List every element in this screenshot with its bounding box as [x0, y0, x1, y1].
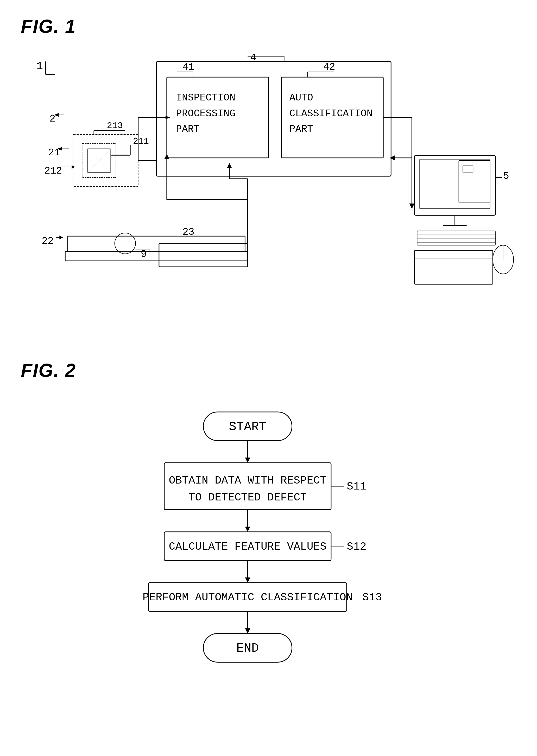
label-211: 211	[133, 137, 149, 146]
svg-marker-83	[245, 577, 250, 583]
auto-text3: PART	[289, 124, 313, 135]
step2-label: S12	[347, 540, 366, 553]
fig1-title: FIG. 1	[21, 16, 516, 37]
svg-marker-54	[166, 116, 170, 119]
label-42: 42	[323, 61, 335, 73]
step3-text: PERFORM AUTOMATIC CLASSIFICATION	[143, 591, 353, 604]
svg-marker-87	[245, 628, 250, 633]
svg-marker-67	[227, 163, 232, 168]
label-41: 41	[183, 61, 194, 73]
end-label: END	[236, 641, 259, 655]
svg-rect-57	[65, 252, 248, 261]
label-213: 213	[107, 121, 123, 131]
step2-text: CALCULATE FEATURE VALUES	[169, 540, 327, 553]
auto-text1: AUTO	[289, 92, 313, 103]
svg-marker-56	[59, 235, 63, 239]
svg-rect-58	[68, 236, 245, 252]
fig2-diagram: START OBTAIN DATA WITH RESPECT TO DETECT…	[21, 391, 516, 756]
svg-rect-38	[73, 135, 138, 186]
inspection-text2: PROCESSING	[176, 108, 235, 119]
step1-text1: OBTAIN DATA WITH RESPECT	[169, 474, 327, 487]
svg-rect-25	[463, 166, 473, 172]
label-4: 4	[250, 52, 256, 63]
label-212: 212	[44, 165, 62, 177]
fig1-diagram: 1 4 INSPECTION PROCESSING PART 41 AUTO C…	[21, 47, 516, 334]
svg-marker-47	[71, 165, 75, 169]
label-9: 9	[141, 249, 147, 260]
start-label: START	[229, 420, 266, 434]
inspection-text1: INSPECTION	[176, 92, 235, 103]
label-22: 22	[42, 235, 54, 247]
svg-rect-20	[417, 231, 495, 245]
svg-rect-27	[414, 250, 492, 284]
svg-marker-71	[164, 154, 169, 159]
auto-text2: CLASSIFICATION	[289, 108, 373, 119]
svg-marker-75	[245, 458, 250, 463]
inspection-text3: PART	[176, 124, 200, 135]
svg-rect-72	[159, 243, 248, 267]
label-1: 1	[36, 60, 43, 73]
svg-marker-15	[390, 155, 395, 161]
fig2-title: FIG. 2	[21, 360, 516, 381]
svg-rect-16	[414, 155, 495, 215]
svg-marker-13	[409, 204, 414, 209]
page: FIG. 1 1 4 INSPECTION PROCESSING PART 41	[0, 0, 537, 756]
label-5: 5	[503, 171, 509, 182]
step1-label: S11	[347, 480, 366, 493]
step3-label: S13	[362, 591, 382, 604]
step1-text2: TO DETECTED DEFECT	[188, 491, 307, 504]
label-23: 23	[183, 226, 194, 238]
svg-rect-24	[459, 161, 490, 202]
svg-marker-79	[245, 527, 250, 532]
svg-rect-17	[420, 159, 490, 209]
